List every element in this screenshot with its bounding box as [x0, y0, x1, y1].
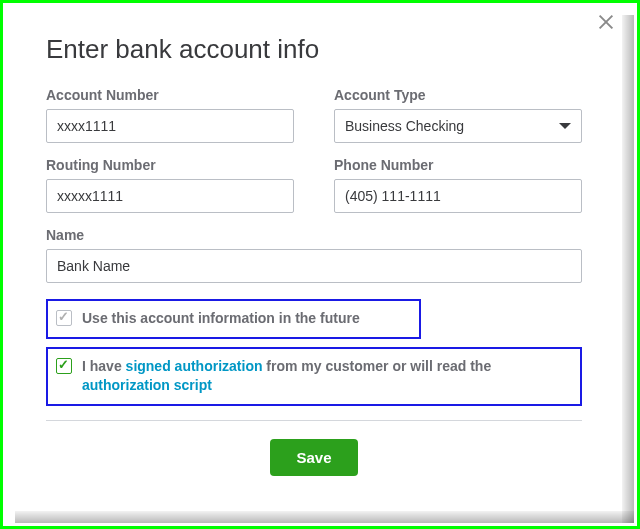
close-icon[interactable]	[596, 12, 616, 32]
use-future-checkbox[interactable]	[56, 310, 72, 326]
shadow-right	[622, 15, 634, 523]
name-input[interactable]	[46, 249, 582, 283]
signed-authorization-link[interactable]: signed authorization	[126, 358, 263, 374]
routing-number-input[interactable]	[46, 179, 294, 213]
phone-number-input[interactable]	[334, 179, 582, 213]
auth-text-prefix: I have	[82, 358, 126, 374]
account-type-select[interactable]: Business Checking	[334, 109, 582, 143]
modal-title: Enter bank account info	[46, 34, 582, 65]
use-future-label: Use this account information in the futu…	[82, 309, 360, 329]
authorization-row: I have signed authorization from my cust…	[56, 357, 572, 396]
bank-info-modal: Enter bank account info Account Number A…	[6, 6, 622, 511]
phone-number-field: Phone Number	[334, 157, 582, 213]
account-type-value: Business Checking	[345, 118, 464, 134]
account-number-input[interactable]	[46, 109, 294, 143]
authorization-highlight: I have signed authorization from my cust…	[46, 347, 582, 406]
use-future-highlight: Use this account information in the futu…	[46, 299, 421, 339]
account-type-label: Account Type	[334, 87, 582, 103]
row-2: Routing Number Phone Number	[46, 157, 582, 213]
checkbox-section: Use this account information in the futu…	[46, 299, 582, 406]
use-future-row: Use this account information in the futu…	[56, 309, 411, 329]
auth-text-middle: from my customer or will read the	[262, 358, 491, 374]
modal-frame: Enter bank account info Account Number A…	[0, 0, 640, 529]
save-button[interactable]: Save	[270, 439, 357, 476]
account-type-field: Account Type Business Checking	[334, 87, 582, 143]
authorization-checkbox[interactable]	[56, 358, 72, 374]
routing-number-label: Routing Number	[46, 157, 294, 173]
name-label: Name	[46, 227, 582, 243]
routing-number-field: Routing Number	[46, 157, 294, 213]
phone-number-label: Phone Number	[334, 157, 582, 173]
name-field: Name	[46, 227, 582, 283]
authorization-script-link[interactable]: authorization script	[82, 377, 212, 393]
row-1: Account Number Account Type Business Che…	[46, 87, 582, 143]
chevron-down-icon	[559, 123, 571, 129]
account-number-field: Account Number	[46, 87, 294, 143]
account-number-label: Account Number	[46, 87, 294, 103]
row-3: Name	[46, 227, 582, 283]
shadow-bottom	[15, 511, 634, 523]
authorization-label: I have signed authorization from my cust…	[82, 357, 572, 396]
divider	[46, 420, 582, 421]
